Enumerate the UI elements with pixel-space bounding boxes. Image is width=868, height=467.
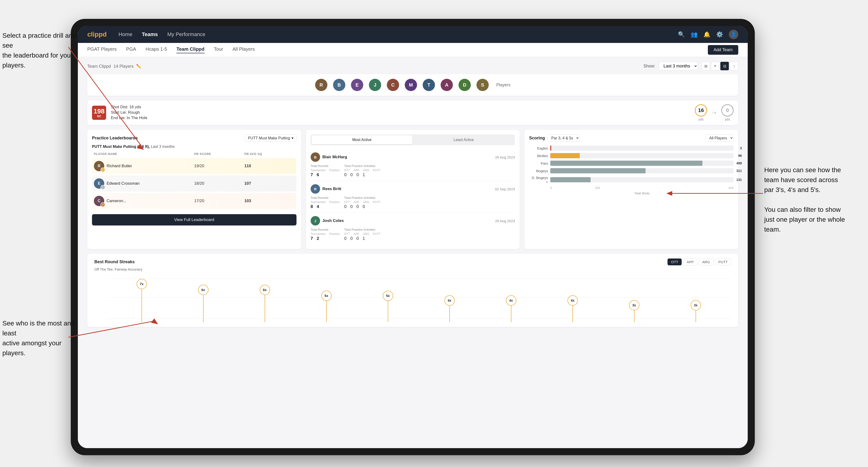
navbar: clippd Home Teams My Performance 🔍 👥 🔔 ⚙… bbox=[78, 26, 748, 43]
nav-logo: clippd bbox=[87, 31, 106, 38]
users-icon[interactable]: 👥 bbox=[691, 31, 698, 38]
search-icon[interactable]: 🔍 bbox=[678, 31, 685, 38]
shot-circle-2: 0 yds bbox=[721, 104, 734, 121]
bar-row-eagles: Eagles 3 bbox=[529, 146, 734, 151]
scoring-filter-par[interactable]: Par 3, 4 & 5s bbox=[548, 134, 580, 142]
ap-date-2: 02 Sep 2023 bbox=[495, 187, 515, 191]
nav-icons: 🔍 👥 🔔 ⚙️ 👤 bbox=[678, 30, 738, 39]
bar-row-dbogeys: D. Bogeys + 131 bbox=[529, 176, 734, 184]
lb-row-1: R 1 Richard Butler 19/20 110 bbox=[92, 158, 297, 174]
lb-score-1: 19/20 bbox=[194, 164, 244, 168]
lb-score-2: 18/20 bbox=[194, 181, 244, 186]
team-title-area: Team Clippd 14 Players ✏️ bbox=[87, 63, 141, 69]
player-avatar-9[interactable]: D bbox=[459, 79, 471, 91]
ap-name-1: Blair McHarg bbox=[322, 155, 347, 159]
player-avatar-8[interactable]: A bbox=[441, 79, 453, 91]
scoring-bar-chart: Eagles 3 Birdies 96 bbox=[529, 146, 734, 184]
view-full-leaderboard-button[interactable]: View Full Leaderboard bbox=[92, 214, 297, 225]
streak-btn-arg[interactable]: ARG bbox=[699, 258, 714, 266]
streaks-chart: 8 4 0 7x bbox=[106, 275, 731, 322]
annotation-bottom-left: See who is the most and least active amo… bbox=[2, 318, 83, 358]
player-avatar-4[interactable]: J bbox=[369, 79, 381, 91]
lb-score-3: 17/20 bbox=[194, 198, 244, 203]
streak-dot-6: 4x bbox=[444, 275, 455, 322]
lb-name-3: Cameron... bbox=[106, 198, 126, 203]
view-icons: ⊞ ≡ ⊟ ↕ bbox=[702, 62, 738, 70]
lb-avatar-1: R 1 bbox=[94, 161, 104, 171]
scoring-filter-players[interactable]: All Players bbox=[706, 134, 734, 142]
user-avatar[interactable]: 👤 bbox=[729, 30, 738, 39]
view-sort-icon[interactable]: ↕ bbox=[730, 62, 738, 70]
least-active-toggle[interactable]: Least Active bbox=[413, 135, 514, 144]
tab-pgat[interactable]: PGAT Players bbox=[87, 46, 117, 53]
annotation-top-left: Select a practice drill and see the lead… bbox=[2, 31, 83, 70]
tablet-frame: clippd Home Teams My Performance 🔍 👥 🔔 ⚙… bbox=[71, 19, 755, 455]
most-active-toggle[interactable]: Most Active bbox=[312, 135, 412, 144]
edit-team-icon[interactable]: ✏️ bbox=[136, 64, 141, 69]
bar-row-pars: Pars 499 bbox=[529, 161, 734, 166]
activity-player-3: J Josh Coles 26 Aug 2023 Total Rounds To… bbox=[311, 213, 515, 244]
streak-dot-10: 3x bbox=[691, 275, 701, 322]
show-select[interactable]: Last 3 months bbox=[659, 62, 698, 70]
nav-link-teams[interactable]: Teams bbox=[142, 31, 158, 37]
tab-team-clippd[interactable]: Team Clippd bbox=[177, 46, 205, 53]
shot-badge: 198 SC bbox=[92, 106, 106, 120]
player-avatar-1[interactable]: R bbox=[315, 79, 328, 91]
chart-x-labels: 0 200 400 bbox=[550, 186, 734, 190]
streak-dot-5: 5x bbox=[383, 275, 393, 322]
lb-row-3: C 3 Cameron... 17/20 103 bbox=[92, 193, 297, 209]
view-grid-icon[interactable]: ⊞ bbox=[702, 62, 710, 70]
player-avatar-3[interactable]: E bbox=[351, 79, 363, 91]
tab-pga[interactable]: PGA bbox=[126, 46, 136, 53]
activity-player-1: B Blair McHarg 26 Aug 2023 Total Rounds … bbox=[311, 149, 515, 181]
lb-name-1: Richard Butler bbox=[106, 164, 132, 168]
streaks-header: Best Round Streaks OTT APP ARG PUTT bbox=[94, 258, 731, 266]
add-team-button[interactable]: Add Team bbox=[708, 45, 738, 55]
lb-header: PLAYER NAME PB SCORE PB AVG SQ bbox=[92, 152, 297, 156]
streak-dot-3: 6x bbox=[260, 275, 270, 322]
scoring-header: Scoring Par 3, 4 & 5s All Players bbox=[529, 134, 734, 142]
streak-btn-ott[interactable]: OTT bbox=[668, 258, 682, 266]
streaks-subtitle: Off The Tee, Fairway Accuracy bbox=[94, 267, 731, 271]
bell-icon[interactable]: 🔔 bbox=[703, 31, 710, 38]
shot-info: Shot Dist: 16 yds Start Lie: Rough End L… bbox=[111, 105, 690, 121]
player-avatar-7[interactable]: T bbox=[423, 79, 435, 91]
player-avatar-5[interactable]: C bbox=[387, 79, 399, 91]
chart-x-axis-label: Total Shots bbox=[550, 191, 734, 195]
nav-link-home[interactable]: Home bbox=[118, 31, 132, 37]
practice-leaderboard-title: Practice Leaderboards bbox=[92, 135, 138, 141]
player-avatar-10[interactable]: S bbox=[476, 79, 489, 91]
scoring-title: Scoring bbox=[529, 135, 545, 141]
tab-tour[interactable]: Tour bbox=[214, 46, 223, 53]
view-card-icon[interactable]: ⊟ bbox=[720, 62, 729, 70]
lb-avg-1: 110 bbox=[244, 164, 294, 168]
ap-avatar-2: R bbox=[311, 184, 320, 194]
streak-dot-2: 6x bbox=[198, 275, 209, 322]
lb-row-2: E 2 Edward Crossman 18/20 107 bbox=[92, 176, 297, 191]
streak-btn-app[interactable]: APP bbox=[683, 258, 697, 266]
annotation-right: Here you can see how the team have score… bbox=[764, 165, 845, 235]
settings-icon[interactable]: ⚙️ bbox=[716, 31, 723, 38]
activity-card: Most Active Least Active B Blair McHarg … bbox=[306, 130, 520, 249]
streak-btn-putt[interactable]: PUTT bbox=[715, 258, 731, 266]
tab-hcaps[interactable]: Hcaps 1-5 bbox=[146, 46, 167, 53]
practice-filter[interactable]: PUTT Must Make Putting ▾ bbox=[245, 134, 296, 142]
bar-row-bogeys: Bogeys 311 bbox=[529, 168, 734, 173]
subnav: PGAT Players PGA Hcaps 1-5 Team Clippd T… bbox=[78, 43, 748, 57]
ap-avatar-1: B bbox=[311, 152, 320, 162]
show-label: Show: bbox=[644, 64, 655, 69]
ap-date-3: 26 Aug 2023 bbox=[495, 219, 515, 223]
nav-link-performance[interactable]: My Performance bbox=[167, 31, 205, 37]
view-list-icon[interactable]: ≡ bbox=[711, 62, 719, 70]
streaks-card: Best Round Streaks OTT APP ARG PUTT Off … bbox=[87, 254, 738, 327]
tablet-screen: clippd Home Teams My Performance 🔍 👥 🔔 ⚙… bbox=[78, 26, 748, 448]
tab-all-players[interactable]: All Players bbox=[232, 46, 255, 53]
activity-player-2: R Rees Britt 02 Sep 2023 Total Rounds To… bbox=[311, 181, 515, 213]
lb-avg-3: 103 bbox=[244, 198, 294, 203]
activity-toggle: Most Active Least Active bbox=[311, 134, 515, 145]
player-avatar-6[interactable]: M bbox=[405, 79, 417, 91]
player-avatar-2[interactable]: B bbox=[333, 79, 345, 91]
nav-links: Home Teams My Performance bbox=[118, 31, 678, 37]
lb-avatar-2: E 2 bbox=[94, 178, 104, 189]
streak-dot-7: 4x bbox=[506, 275, 516, 322]
